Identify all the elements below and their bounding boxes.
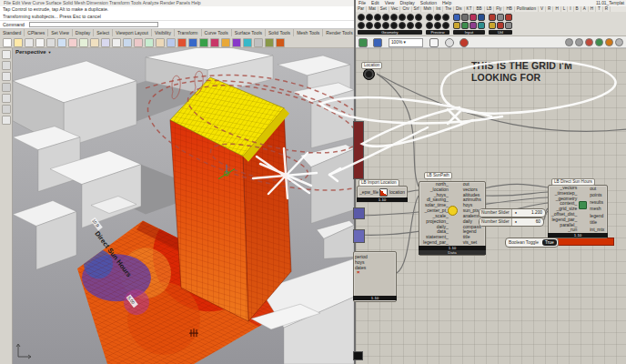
toolbar-icon[interactable]	[112, 38, 121, 47]
toolbar-icon[interactable]	[101, 38, 110, 47]
sunpath-component[interactable]: north__location_hoys_dl_saving_solar_tim…	[419, 181, 486, 256]
toolbar-icon[interactable]	[177, 38, 187, 47]
toolbar-icon[interactable]	[595, 38, 603, 46]
toolbar-icon[interactable]	[90, 38, 99, 47]
rhino-tab[interactable]: Surface Tools	[232, 29, 266, 36]
rhino-viewport[interactable]: Perspective ▼	[12, 48, 354, 364]
command-input[interactable]	[29, 22, 158, 27]
component-icon[interactable]	[374, 22, 381, 29]
toolbar-icon[interactable]	[167, 38, 176, 47]
output-param[interactable]: int_mtx	[587, 227, 607, 233]
component-icon[interactable]	[478, 14, 485, 21]
component-icon[interactable]	[497, 14, 504, 21]
toolbar-icon[interactable]	[565, 38, 573, 46]
gh-menu-item[interactable]: Solution	[418, 0, 439, 6]
component-icon[interactable]	[390, 14, 398, 21]
rhino-menu-bar[interactable]: File Edit View Curve Surface Solid Mesh …	[0, 0, 354, 6]
palette-group-label[interactable]: Geometry	[358, 30, 422, 35]
boolean-toggle[interactable]: Boolean Toggle True	[505, 238, 559, 248]
component-icon[interactable]	[442, 14, 449, 21]
rhino-tab[interactable]: Select	[94, 29, 113, 36]
component-icon[interactable]	[434, 22, 441, 29]
rhino-tab[interactable]: CPlanes	[25, 29, 48, 36]
component-icon[interactable]	[382, 22, 389, 29]
rhino-tab[interactable]: Solid Tools	[266, 29, 294, 36]
component-icon[interactable]	[497, 22, 504, 29]
zoom-level-select[interactable]: 100% ▾	[389, 38, 423, 47]
rhino-tab[interactable]: Render Tools	[323, 29, 354, 36]
toolbar-icon[interactable]	[35, 38, 45, 47]
partial-component[interactable]	[353, 351, 363, 360]
toolbar-icon[interactable]	[605, 38, 613, 46]
component-icon[interactable]	[407, 22, 414, 29]
toolbar-icon[interactable]	[14, 38, 23, 47]
toolbar-icon[interactable]	[575, 38, 583, 46]
save-file-icon[interactable]	[373, 38, 382, 47]
zoom-extents-icon[interactable]	[429, 38, 439, 47]
component-icon[interactable]	[366, 14, 373, 21]
toolbar-icon[interactable]	[2, 94, 11, 103]
palette-group-label[interactable]: Input	[453, 30, 485, 35]
input-param[interactable]: _epw_file	[359, 189, 379, 195]
toolbar-icon[interactable]	[265, 38, 274, 47]
viewport-title[interactable]: Perspective ▼	[15, 49, 51, 55]
component-icon[interactable]	[366, 22, 373, 29]
component-icon[interactable]	[399, 14, 406, 21]
toolbar-icon[interactable]	[46, 38, 56, 47]
partial-component[interactable]	[353, 229, 365, 243]
toolbar-icon[interactable]	[25, 38, 34, 47]
toolbar-icon[interactable]	[79, 38, 88, 47]
component-icon[interactable]	[382, 14, 389, 21]
toolbar-icon[interactable]	[585, 38, 593, 46]
toolbar-icon[interactable]	[134, 38, 143, 47]
toggle-state[interactable]: True	[542, 239, 557, 246]
toolbar-icon[interactable]	[210, 38, 219, 47]
component-icon[interactable]	[461, 14, 469, 21]
toolbar-icon[interactable]	[243, 38, 252, 47]
toolbar-icon[interactable]	[276, 38, 285, 47]
palette-group-label[interactable]: Preview	[426, 30, 449, 35]
component-icon[interactable]	[453, 22, 460, 29]
partial-component[interactable]	[353, 121, 364, 179]
component-nametag[interactable]: LB Import Location	[358, 179, 399, 187]
output-param[interactable]: location	[389, 189, 405, 195]
output-param[interactable]: out	[587, 186, 607, 192]
gh-menu-item[interactable]: View	[382, 0, 398, 6]
component-icon[interactable]	[461, 22, 469, 29]
number-slider[interactable]: Number Slider ● 60	[479, 217, 544, 227]
toolbar-icon[interactable]	[123, 38, 132, 47]
analysis-tower[interactable]	[170, 77, 291, 321]
toolbar-icon[interactable]	[199, 38, 208, 47]
component-icon[interactable]	[426, 22, 433, 29]
toolbar-icon[interactable]	[221, 38, 230, 47]
number-slider[interactable]: Number Slider ● 1.200	[479, 208, 546, 217]
gh-menu-item[interactable]: File	[356, 0, 369, 6]
component-icon[interactable]	[415, 22, 422, 29]
rhino-tab[interactable]: Set View	[48, 29, 73, 36]
output-param[interactable]: mesh	[587, 206, 607, 212]
component-icon[interactable]	[434, 14, 441, 21]
component-icon[interactable]	[470, 14, 477, 21]
toolbar-icon[interactable]	[2, 116, 11, 125]
rhino-tab[interactable]: Curve Tools	[202, 29, 232, 36]
toolbar-icon[interactable]	[68, 38, 77, 47]
component-icon[interactable]	[358, 22, 365, 29]
toolbar-icon[interactable]	[2, 83, 11, 92]
toolbar-icon[interactable]	[2, 50, 11, 59]
location-component[interactable]	[363, 68, 375, 80]
component-icon[interactable]	[453, 14, 460, 21]
component-icon[interactable]	[358, 14, 365, 21]
toolbar-icon[interactable]	[188, 38, 197, 47]
rhino-tab[interactable]: Visibility	[152, 29, 175, 36]
ladybug-icon[interactable]	[459, 38, 469, 47]
component-icon[interactable]	[442, 22, 449, 29]
rhino-tab[interactable]: Display	[73, 29, 94, 36]
open-file-icon[interactable]	[358, 38, 368, 47]
rhino-tab[interactable]: Mesh Tools	[294, 29, 323, 36]
gh-menu-item[interactable]: Help	[439, 0, 454, 6]
analysis-period-component[interactable]: periodhoysdates 1.10	[353, 251, 397, 302]
component-icon[interactable]	[426, 14, 433, 21]
component-icon[interactable]	[390, 22, 398, 29]
output-param[interactable]: points	[587, 192, 607, 198]
component-icon[interactable]	[407, 14, 414, 21]
